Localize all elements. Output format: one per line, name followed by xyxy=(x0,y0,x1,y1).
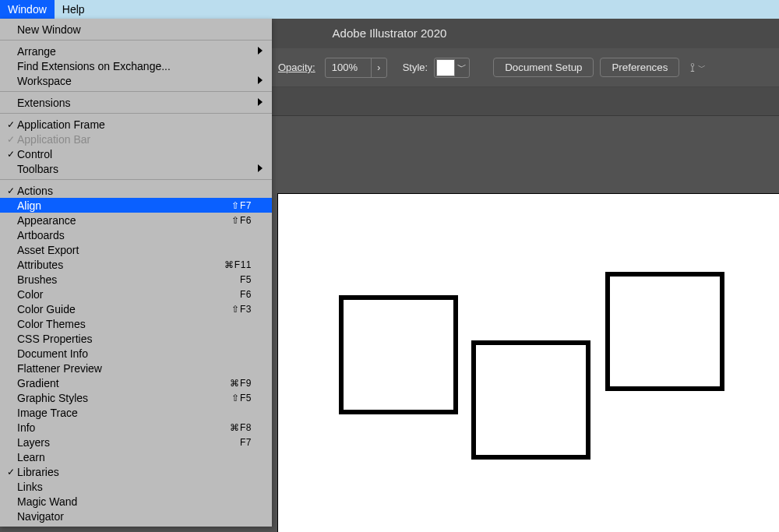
rectangle-shape[interactable] xyxy=(471,340,590,460)
opacity-value: 100% xyxy=(326,62,371,73)
menu-item-magic-wand[interactable]: Magic Wand xyxy=(0,494,272,509)
menu-item-info[interactable]: Info⌘F8 xyxy=(0,420,272,435)
menu-item-application-frame[interactable]: ✓Application Frame xyxy=(0,117,272,132)
menu-item-label: Color xyxy=(17,288,240,301)
check-icon: ✓ xyxy=(5,119,17,130)
menu-item-label: Extensions xyxy=(17,97,252,109)
canvas-area[interactable] xyxy=(272,116,779,532)
menu-item-label: Magic Wand xyxy=(17,495,252,508)
menu-item-workspace[interactable]: Workspace xyxy=(0,73,272,88)
submenu-arrow-icon xyxy=(252,76,263,86)
menu-item-align[interactable]: Align⇧F7 xyxy=(0,198,272,213)
menu-item-label: Libraries xyxy=(17,466,252,478)
menu-shortcut: F6 xyxy=(240,289,252,300)
menu-shortcut: ⇧F5 xyxy=(231,393,252,403)
menu-item-label: Find Extensions on Exchange... xyxy=(17,60,252,72)
menu-item-libraries[interactable]: ✓Libraries xyxy=(0,464,272,479)
chevron-down-icon[interactable]: ﹀ xyxy=(455,61,469,74)
menu-item-label: Image Trace xyxy=(17,407,252,419)
menu-item-asset-export[interactable]: Asset Export xyxy=(0,242,272,257)
check-icon: ✓ xyxy=(5,185,17,196)
menu-item-label: Learn xyxy=(17,451,252,463)
menu-item-label: Brushes xyxy=(17,273,240,286)
menu-item-color[interactable]: ColorF6 xyxy=(0,287,272,301)
menu-item-actions[interactable]: ✓Actions xyxy=(0,183,272,198)
menu-item-toolbars[interactable]: Toolbars xyxy=(0,161,272,176)
menu-item-color-themes[interactable]: Color Themes xyxy=(0,316,272,331)
window-menu-dropdown[interactable]: New WindowArrangeFind Extensions on Exch… xyxy=(0,19,272,527)
check-icon: ✓ xyxy=(5,134,17,145)
rectangle-shape[interactable] xyxy=(339,295,458,414)
menu-item-css-properties[interactable]: CSS Properties xyxy=(0,331,272,346)
rectangle-shape[interactable] xyxy=(605,272,724,391)
chevron-right-icon[interactable]: › xyxy=(371,58,386,77)
menu-item-brushes[interactable]: BrushesF5 xyxy=(0,272,272,287)
menu-item-document-info[interactable]: Document Info xyxy=(0,346,272,361)
menu-item-label: Flattener Preview xyxy=(17,362,252,375)
menu-item-label: Workspace xyxy=(17,75,252,87)
pin-menu[interactable]: ⟟ ﹀ xyxy=(690,61,706,75)
style-swatch xyxy=(436,59,455,76)
menu-item-attributes[interactable]: Attributes⌘F11 xyxy=(0,257,272,272)
menu-shortcut: ⌘F9 xyxy=(230,378,252,389)
preferences-button[interactable]: Preferences xyxy=(600,58,679,77)
menu-item-label: Color Themes xyxy=(17,318,252,330)
menu-item-image-trace[interactable]: Image Trace xyxy=(0,405,272,420)
menu-item-label: Document Info xyxy=(17,347,252,360)
menu-item-label: Graphic Styles xyxy=(17,392,231,404)
menu-help[interactable]: Help xyxy=(55,0,93,19)
menu-shortcut: ⇧F3 xyxy=(231,304,252,315)
artboard[interactable] xyxy=(278,194,779,532)
menu-shortcut: ⌘F8 xyxy=(230,422,252,433)
menu-item-label: New Window xyxy=(17,23,252,36)
submenu-arrow-icon xyxy=(252,47,263,56)
app-title: Adobe Illustrator 2020 xyxy=(333,26,447,40)
document-setup-button[interactable]: Document Setup xyxy=(493,58,594,77)
menu-item-label: Application Frame xyxy=(17,118,252,131)
menu-item-label: Navigator xyxy=(17,510,252,523)
menu-item-color-guide[interactable]: Color Guide⇧F3 xyxy=(0,301,272,316)
menu-item-artboards[interactable]: Artboards xyxy=(0,227,272,242)
style-label: Style: xyxy=(403,62,428,73)
menu-item-label: Toolbars xyxy=(17,163,252,175)
opacity-field[interactable]: 100% › xyxy=(325,58,387,78)
menu-item-label: CSS Properties xyxy=(17,333,252,345)
menu-item-graphic-styles[interactable]: Graphic Styles⇧F5 xyxy=(0,390,272,405)
menu-shortcut: F7 xyxy=(240,437,252,448)
style-dropdown[interactable]: ﹀ xyxy=(434,58,470,78)
menu-item-new-window[interactable]: New Window xyxy=(0,22,272,37)
menu-item-label: Actions xyxy=(17,185,252,197)
check-icon: ✓ xyxy=(5,149,17,160)
menu-item-learn[interactable]: Learn xyxy=(0,449,272,464)
pin-icon: ⟟ xyxy=(690,61,695,75)
submenu-arrow-icon xyxy=(252,98,263,107)
chevron-down-icon: ﹀ xyxy=(698,62,706,73)
check-icon: ✓ xyxy=(5,467,17,477)
menu-item-arrange[interactable]: Arrange xyxy=(0,44,272,58)
menu-item-label: Artboards xyxy=(17,229,252,241)
menu-item-application-bar: ✓Application Bar xyxy=(0,132,272,146)
menu-item-label: Attributes xyxy=(17,259,224,271)
menu-shortcut: F5 xyxy=(240,274,252,285)
menu-window[interactable]: Window xyxy=(0,0,55,19)
menu-item-label: Info xyxy=(17,421,230,434)
os-menubar: Window Help xyxy=(0,0,779,19)
menu-item-control[interactable]: ✓Control xyxy=(0,146,272,161)
menu-item-flattener-preview[interactable]: Flattener Preview xyxy=(0,361,272,375)
menu-item-label: Application Bar xyxy=(17,133,252,146)
menu-item-layers[interactable]: LayersF7 xyxy=(0,435,272,449)
menu-item-appearance[interactable]: Appearance⇧F6 xyxy=(0,213,272,227)
opacity-label: Opacity: xyxy=(278,62,315,73)
menu-item-extensions[interactable]: Extensions xyxy=(0,95,272,110)
menu-shortcut: ⌘F11 xyxy=(224,259,252,270)
menu-item-find-extensions-on-exchange[interactable]: Find Extensions on Exchange... xyxy=(0,58,272,73)
menu-item-label: Appearance xyxy=(17,214,231,227)
menu-item-gradient[interactable]: Gradient⌘F9 xyxy=(0,375,272,390)
submenu-arrow-icon xyxy=(252,164,263,174)
menu-shortcut: ⇧F7 xyxy=(231,200,252,211)
menu-item-label: Arrange xyxy=(17,45,252,58)
menu-item-label: Asset Export xyxy=(17,244,252,256)
menu-shortcut: ⇧F6 xyxy=(231,215,252,226)
menu-item-links[interactable]: Links xyxy=(0,479,272,494)
menu-item-navigator[interactable]: Navigator xyxy=(0,509,272,523)
